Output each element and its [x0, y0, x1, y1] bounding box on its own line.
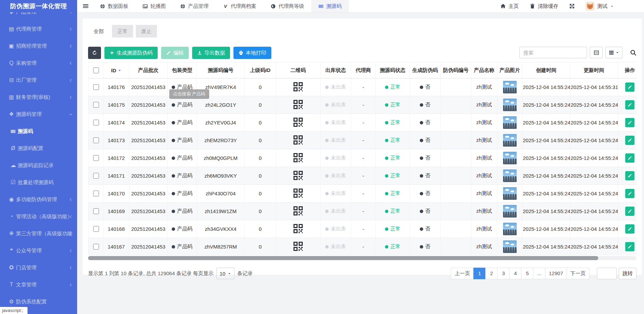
package-type-badge[interactable]: 产品码 [172, 208, 192, 214]
package-type-badge[interactable]: 产品码 [172, 119, 192, 126]
qr-code-icon[interactable] [293, 206, 303, 216]
prev-page-button[interactable]: 上一页 [451, 268, 474, 279]
search-icon[interactable] [630, 49, 636, 56]
sidebar-item-多功能防伪码管理[interactable]: ◉多功能防伪码管理 [0, 191, 77, 208]
sidebar-item-管理活动（高级版功能）[interactable]: ◔管理活动（高级版功能） [0, 208, 77, 225]
jump-page-input[interactable] [597, 268, 617, 279]
nav-link-主页[interactable]: 主页 [500, 3, 519, 10]
page-button-12907[interactable]: 12907 [545, 268, 567, 279]
tab-正常[interactable]: 正常 [112, 25, 133, 38]
sidebar-item-公众号管理[interactable]: ❝公众号管理 [0, 242, 77, 259]
row-edit-button[interactable] [625, 171, 634, 180]
horizontal-scrollbar[interactable] [88, 256, 636, 260]
page-button-3[interactable]: 3 [497, 268, 510, 279]
row-edit-button[interactable] [625, 189, 634, 198]
columns-button[interactable] [605, 47, 622, 58]
row-checkbox[interactable] [93, 208, 99, 214]
product-image[interactable] [503, 205, 517, 218]
edit-button[interactable]: 编辑 [161, 47, 189, 59]
product-image[interactable] [503, 240, 517, 253]
nav-link-清除缓存[interactable]: 清除缓存 [530, 3, 558, 10]
page-button-1[interactable]: 1 [473, 268, 486, 279]
sidebar-item-溯源码管理[interactable]: ❖溯源码管理 [0, 106, 77, 123]
nav-item-溯源码[interactable]: 溯源码 [311, 0, 349, 12]
sidebar-item-第三方管理（高级版功能）[interactable]: ❉第三方管理（高级版功能） [0, 225, 77, 242]
sidebar-item-出厂管理[interactable]: ⊟出厂管理 [0, 72, 77, 89]
package-type-badge[interactable]: 产品码 [172, 243, 192, 250]
qr-code-icon[interactable] [293, 81, 303, 92]
jump-button[interactable]: 跳转 [619, 268, 636, 279]
row-edit-button[interactable] [625, 224, 634, 234]
qr-code-icon[interactable] [293, 170, 303, 181]
nav-item-代理商等级[interactable]: 代理商等级 [263, 0, 311, 12]
scrollbar-thumb[interactable] [88, 256, 598, 260]
package-type-badge[interactable]: 产品码 [172, 155, 192, 161]
qr-code-icon[interactable] [293, 135, 303, 145]
menu-toggle-icon[interactable] [83, 3, 89, 9]
product-image[interactable] [503, 152, 517, 164]
sidebar-item-批量处理溯源码[interactable]: ☑批量处理溯源码 [0, 174, 77, 191]
sidebar-item-溯源码追踪记录[interactable]: ☁溯源码追踪记录 [0, 157, 77, 174]
tab-全部[interactable]: 全部 [88, 25, 109, 38]
product-image[interactable] [503, 223, 517, 235]
nav-item-代理商档案[interactable]: V代理商档案 [216, 0, 263, 12]
product-image[interactable] [503, 187, 517, 200]
qr-code-icon[interactable] [293, 117, 303, 128]
sidebar-item-溯源码配置[interactable]: Ø溯源码配置 [0, 140, 77, 157]
row-edit-button[interactable] [625, 242, 634, 251]
row-checkbox[interactable] [93, 155, 99, 161]
row-checkbox[interactable] [93, 173, 99, 179]
row-checkbox[interactable] [93, 84, 99, 90]
nav-link-测试[interactable]: 测试 [586, 2, 614, 11]
next-page-button[interactable]: 下一页 [567, 268, 589, 279]
qr-code-icon[interactable] [293, 152, 303, 163]
product-image[interactable] [503, 116, 517, 129]
row-edit-button[interactable] [625, 83, 634, 92]
row-edit-button[interactable] [625, 136, 634, 145]
qr-code-icon[interactable] [293, 99, 303, 110]
row-checkbox[interactable] [93, 137, 99, 143]
column-header-select[interactable] [88, 62, 103, 78]
page-button-5[interactable]: 5 [521, 268, 533, 279]
product-image[interactable] [503, 99, 517, 111]
package-type-badge[interactable]: 产品码 [172, 226, 192, 232]
nav-item-产品管理[interactable]: 产品管理 [173, 0, 216, 12]
nav-item-数据面板[interactable]: 数据面板 [93, 0, 135, 12]
package-type-badge[interactable]: 产品码 [172, 190, 192, 197]
product-image[interactable] [503, 134, 517, 147]
tab-废止[interactable]: 废止 [136, 25, 157, 38]
qr-code-icon[interactable] [293, 241, 303, 252]
sidebar-item-门店管理[interactable]: ✪门店管理 [0, 259, 77, 276]
row-edit-button[interactable] [625, 100, 634, 109]
row-edit-button[interactable] [625, 153, 634, 163]
package-type-badge[interactable]: 产品码 [172, 84, 192, 90]
page-size-select[interactable]: 10 [216, 268, 235, 279]
package-type-badge[interactable]: 产品码 [172, 102, 192, 108]
sidebar-item-采购管理[interactable]: Q采购管理 [0, 55, 77, 72]
page-button-2[interactable]: 2 [485, 268, 498, 279]
row-checkbox[interactable] [93, 102, 99, 108]
detail-view-button[interactable] [590, 47, 603, 58]
package-type-badge[interactable]: 产品码 [172, 137, 192, 144]
refresh-button[interactable] [88, 47, 101, 59]
package-type-badge[interactable]: 产品码 [172, 173, 192, 179]
search-input[interactable] [519, 47, 587, 58]
row-checkbox[interactable] [93, 244, 99, 250]
qr-code-icon[interactable] [293, 188, 303, 198]
row-edit-button[interactable] [625, 207, 634, 216]
column-header-ID[interactable]: ID [103, 62, 129, 78]
sidebar-item-溯源码[interactable]: 溯源码 [0, 123, 77, 140]
product-image[interactable] [503, 81, 517, 93]
generate-code-button[interactable]: 生成溯源防伪码 [104, 47, 158, 59]
product-image[interactable] [503, 169, 517, 182]
row-checkbox[interactable] [93, 226, 99, 232]
qr-code-icon[interactable] [293, 223, 303, 234]
sidebar-item-招商经理管理[interactable]: ▣招商经理管理 [0, 38, 77, 55]
row-checkbox[interactable] [93, 120, 99, 125]
sidebar-item-代理商管理[interactable]: ▤代理商管理 [0, 20, 77, 38]
sidebar-item-财务管理(审核)[interactable]: ▥财务管理(审核) [0, 89, 77, 106]
select-all-checkbox[interactable] [93, 68, 99, 73]
sidebar-item-文章管理[interactable]: T文章管理 [0, 276, 77, 293]
nav-item-轮播图[interactable]: 轮播图 [135, 0, 173, 12]
nav-link-expand[interactable] [569, 3, 575, 9]
